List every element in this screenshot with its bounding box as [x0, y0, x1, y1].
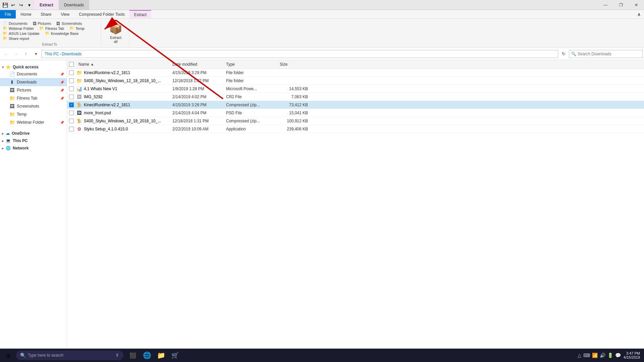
- ribbon-tab-home[interactable]: Home: [16, 10, 36, 18]
- file-row-2[interactable]: 📊 4.1 Whats New V1 1/9/2019 1:28 PM Micr…: [67, 85, 644, 93]
- row-0-checkbox[interactable]: [69, 70, 74, 75]
- row-3-name: IMG_5292: [83, 95, 170, 99]
- file-row-1[interactable]: 📁 S400_Styku_Windows_12_18_2018_10_... 1…: [67, 77, 644, 85]
- title-tab-downloads[interactable]: Downloads: [59, 0, 89, 10]
- column-date-header[interactable]: Date modified: [170, 60, 223, 68]
- close-button[interactable]: ✕: [629, 0, 644, 10]
- title-tab-extract[interactable]: Extract: [34, 0, 59, 10]
- up-button[interactable]: ↑: [21, 50, 30, 58]
- ribbon-tab-share[interactable]: Share: [36, 10, 56, 18]
- ribbon-tab-compressed[interactable]: Compressed Folder Tools: [74, 10, 129, 18]
- row-3-checkbox[interactable]: [69, 95, 74, 99]
- column-size-header[interactable]: Size: [277, 60, 311, 68]
- forward-button[interactable]: →: [11, 50, 20, 58]
- row-7-type: Application: [223, 127, 277, 131]
- ribbon-collapse-button[interactable]: ∧: [635, 11, 643, 18]
- taskbar-search[interactable]: 🔍 Type here to search 🎙: [16, 351, 123, 360]
- tray-up-icon[interactable]: △: [578, 353, 581, 358]
- this-pc-icon: 💻: [6, 138, 11, 143]
- qa-item-webinar[interactable]: 📁Webinar Folder: [3, 26, 34, 31]
- store-button[interactable]: 🛒: [168, 349, 182, 362]
- notification-icon[interactable]: 💬: [615, 353, 621, 358]
- row-2-checkbox[interactable]: [69, 86, 74, 91]
- maximize-button[interactable]: ❐: [613, 0, 629, 10]
- sidebar-screenshots-label: Screenshots: [17, 104, 39, 109]
- file-explorer-button[interactable]: 📁: [154, 349, 168, 362]
- save-button[interactable]: 💾: [1, 1, 9, 9]
- row-2-check-cell[interactable]: [67, 86, 76, 91]
- sidebar-item-screenshots[interactable]: 🖼 Screenshots: [0, 102, 67, 110]
- dropdown-button[interactable]: ▾: [25, 1, 33, 9]
- redo-button[interactable]: ↪: [17, 1, 25, 9]
- column-name-header[interactable]: Name ▲: [76, 60, 170, 68]
- row-5-checkbox[interactable]: [69, 111, 74, 115]
- sidebar-item-documents[interactable]: 📄 Documents 📌: [0, 70, 67, 78]
- row-6-checkbox[interactable]: [69, 119, 74, 123]
- file-row-3[interactable]: 🖼 IMG_5292 2/14/2019 4:02 PM CR2 File 7,…: [67, 93, 644, 101]
- minimize-button[interactable]: —: [598, 0, 613, 10]
- row-1-check-cell[interactable]: [67, 78, 76, 83]
- column-type-header[interactable]: Type: [223, 60, 277, 68]
- qa-item-share[interactable]: 📁Share report: [3, 36, 29, 41]
- row-6-check-cell[interactable]: [67, 119, 76, 123]
- sidebar-section-onedrive[interactable]: ▸ ☁ OneDrive: [0, 129, 67, 136]
- keyboard-icon[interactable]: ⌨: [583, 353, 590, 358]
- sidebar-section-this-pc[interactable]: ▸ 💻 This PC: [0, 136, 67, 144]
- file-row-6[interactable]: 🗜 S400_Styku_Windows_12_18_2018_10_... 1…: [67, 117, 644, 125]
- edge-browser-button[interactable]: 🌐: [140, 349, 154, 362]
- row-1-type: File folder: [223, 78, 277, 83]
- task-view-button[interactable]: ⬛: [126, 349, 140, 362]
- taskbar-clock[interactable]: 3:47 PM 4/15/2019: [624, 351, 640, 359]
- file-row-5[interactable]: 🖼 more_front.psd 2/14/2019 4:04 PM PSD F…: [67, 109, 644, 117]
- qa-item-fitness[interactable]: 📁Fitness Tab: [39, 26, 64, 31]
- qa-item-asus[interactable]: 📁ASUS Live Update: [3, 31, 40, 36]
- search-input[interactable]: [578, 52, 640, 56]
- taskbar-mic-icon[interactable]: 🎙: [115, 353, 119, 358]
- row-3-check-cell[interactable]: [67, 95, 76, 99]
- qa-item-knowledge[interactable]: 📁Knowledge Base: [45, 31, 79, 36]
- ribbon-tab-file[interactable]: File: [0, 10, 16, 18]
- sidebar-item-temp[interactable]: 📁 Temp: [0, 110, 67, 118]
- fitness-pin-icon: 📌: [60, 97, 64, 100]
- select-all-checkbox[interactable]: [69, 62, 74, 67]
- start-button[interactable]: ⊞: [0, 349, 16, 362]
- row-4-check-cell[interactable]: ✓: [67, 103, 76, 107]
- sidebar-item-downloads[interactable]: ⬇ Downloads 📌: [0, 78, 67, 86]
- qa-item-documents[interactable]: 📄Documents: [3, 21, 28, 25]
- ribbon: File Home Share View Compressed Folder T…: [0, 10, 644, 48]
- row-7-checkbox[interactable]: [69, 127, 74, 131]
- sidebar-item-fitness[interactable]: 📁 Fitness Tab 📌: [0, 94, 67, 102]
- qa-item-screenshots[interactable]: 🖼Screenshots: [56, 21, 82, 25]
- qa-item-pictures[interactable]: 🖼Pictures: [33, 21, 51, 25]
- volume-icon[interactable]: 🔊: [600, 353, 605, 358]
- file-row-0[interactable]: 📁 KinectRuntime-v2.2_1811 4/15/2019 3:29…: [67, 69, 644, 77]
- ribbon-tab-view[interactable]: View: [56, 10, 74, 18]
- recent-locations-button[interactable]: ▾: [32, 50, 40, 58]
- taskbar-right: △ ⌨ 📶 🔊 🔋 💬 3:47 PM 4/15/2019: [574, 351, 644, 359]
- sidebar-item-webinar[interactable]: 📁 Webinar Folder 📌: [0, 118, 67, 126]
- ribbon-tab-extract[interactable]: Extract: [129, 10, 151, 18]
- qa-item-temp[interactable]: 📁Temp: [69, 26, 85, 31]
- row-0-check-cell[interactable]: [67, 70, 76, 75]
- row-1-checkbox[interactable]: [69, 78, 74, 83]
- sidebar-section-quick-access[interactable]: ▾ ⭐ Quick access: [0, 63, 67, 70]
- file-row-7[interactable]: ⚙ Styku Setup_4.1.0.415.0 2/22/2019 10:0…: [67, 125, 644, 133]
- header-check[interactable]: [67, 62, 76, 67]
- row-5-check-cell[interactable]: [67, 111, 76, 115]
- network-tray-icon[interactable]: 📶: [592, 353, 598, 358]
- sidebar-section-network[interactable]: ▸ 🌐 Network: [0, 144, 67, 151]
- battery-icon[interactable]: 🔋: [607, 353, 613, 358]
- path-downloads[interactable]: Downloads: [62, 52, 82, 56]
- row-7-check-cell[interactable]: [67, 127, 76, 131]
- back-button[interactable]: ←: [1, 50, 10, 58]
- address-path[interactable]: This PC › Downloads: [42, 50, 558, 58]
- undo-button[interactable]: ↩: [9, 1, 17, 9]
- row-5-size: 15,041 KB: [277, 111, 311, 115]
- sidebar-item-pictures[interactable]: 🖼 Pictures 📌: [0, 86, 67, 94]
- row-4-checkbox[interactable]: ✓: [69, 103, 74, 107]
- path-this-pc[interactable]: This PC: [45, 52, 59, 56]
- refresh-button[interactable]: ↻: [559, 50, 568, 58]
- file-row-4[interactable]: ✓ 🗜 KinectRuntime-v2.2_1811 4/15/2019 3:…: [67, 101, 644, 109]
- search-box[interactable]: 🔍: [569, 50, 643, 58]
- extract-all-button[interactable]: 📦 Extractall: [106, 21, 125, 45]
